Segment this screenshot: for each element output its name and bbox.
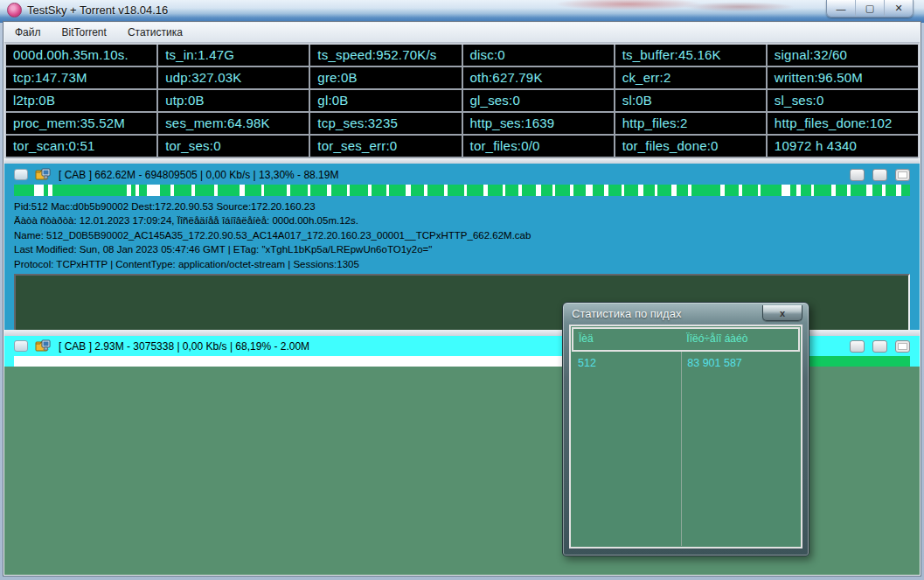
stats-cell: tcp_ses:3235 [310, 113, 462, 134]
dialog-close-button[interactable]: x [762, 305, 802, 321]
panel1-progress-bar [14, 185, 910, 196]
progress-stripe [424, 185, 427, 196]
app-icon [7, 3, 22, 17]
progress-stripe [604, 185, 608, 196]
stats-cell: udp:327.03K [158, 67, 310, 88]
stats-cell: http_ses:1639 [463, 113, 615, 134]
progress-stripe [464, 185, 467, 196]
panel2-buttons [850, 340, 910, 353]
progress-stripe [48, 185, 52, 196]
panel1-header: [ CAB ] 662.62M - 694809505 | 0,00 Kb/s … [14, 166, 910, 183]
stats-row: proc_mem:35.52Mses_mem:64.98Ktcp_ses:323… [6, 113, 918, 136]
stats-cell: ts_in:1.47G [158, 45, 310, 66]
stats-row: tcp:147.73Mudp:327.03Kgre:0Both:627.79Kc… [6, 67, 918, 90]
title-bar: TestSky + Torrent v18.04.16 — ▢ ✕ [0, 0, 924, 23]
panel1-info: Pid:512 Mac:d0b5b90002 Dest:172.20.90.53… [14, 199, 910, 271]
dialog-title-bar[interactable]: Статистика по пидах x [569, 303, 802, 325]
panel2-action-button-1[interactable] [850, 340, 865, 353]
panel1-info-line: Protocol: TCPxHTTP | ContentType: applic… [14, 257, 910, 271]
panel2-action-button-3[interactable] [895, 340, 910, 353]
progress-stripe [536, 185, 541, 196]
panel1-action-button-2[interactable] [872, 169, 887, 181]
progress-stripe [261, 185, 264, 196]
pid-list-header-cell: Ïèä [573, 329, 681, 350]
menu-bar: ФайлBitTorrentСтатистика [4, 23, 920, 43]
stats-cell: sl_ses:0 [768, 90, 918, 111]
progress-stripe [688, 185, 691, 196]
progress-stripe [327, 185, 331, 196]
progress-stripe [240, 185, 245, 196]
progress-stripe [782, 185, 789, 196]
pid-list-cell: 83 901 587 [681, 352, 742, 375]
stats-cell: signal:32/60 [768, 45, 918, 66]
stats-cell: tor_files_done:0 [615, 136, 768, 157]
progress-stripe [127, 185, 131, 196]
stats-cell: utp:0B [158, 90, 310, 111]
stats-cell: tor_files:0/0 [463, 136, 615, 157]
progress-stripe [308, 185, 310, 196]
progress-stripe [444, 185, 448, 196]
stats-cell: http_files_done:102 [768, 113, 918, 134]
progress-stripe [586, 185, 593, 196]
panel2-collapse-toggle[interactable] [14, 340, 28, 352]
stats-row: tor_scan:0:51tor_ses:0tor_ses_err:0tor_f… [6, 136, 918, 158]
progress-stripe [847, 185, 851, 196]
panel2-action-button-2[interactable] [872, 340, 887, 353]
stats-cell: tcp:147.73M [6, 67, 158, 88]
stats-cell: sl:0B [615, 90, 768, 111]
panel1-title: [ CAB ] 662.62M - 694809505 | 0,00 Kb/s … [59, 169, 338, 181]
close-button[interactable]: ✕ [885, 0, 913, 17]
progress-stripe [831, 185, 836, 196]
stats-row: l2tp:0Butp:0Bgl:0Bgl_ses:0sl:0Bsl_ses:0 [6, 90, 918, 113]
stats-cell: ck_err:2 [615, 67, 768, 88]
stats-cell: ses_mem:64.98K [158, 113, 310, 134]
maximize-button[interactable]: ▢ [856, 0, 885, 17]
stats-cell: 000d.00h.35m.10s. [6, 45, 158, 66]
panel1-action-button-3[interactable] [895, 169, 910, 181]
stats-cell: gl_ses:0 [463, 90, 615, 111]
progress-stripe [518, 185, 522, 196]
pid-list: ÏèäÏîëó÷åíî áàéò 51283 901 587 [572, 327, 800, 546]
stats-cell: ts_buffer:45.16K [615, 45, 768, 66]
menu-item-статистика[interactable]: Статистика [117, 23, 193, 42]
network-folder-icon [35, 168, 52, 182]
progress-stripe [170, 185, 174, 196]
progress-stripe [638, 185, 643, 196]
progress-stripe [552, 185, 555, 196]
menu-item-bittorrent[interactable]: BitTorrent [52, 23, 117, 42]
progress-stripe [503, 185, 505, 196]
progress-stripe [386, 185, 389, 196]
stats-cell: l2tp:0B [6, 90, 158, 111]
panel1-info-line: Äàòà ñòàðòà: 12.01.2023 17:09:24, Ïîñëåä… [14, 213, 910, 227]
stats-cell: tor_ses:0 [158, 136, 310, 157]
pid-list-header-cell: Ïîëó÷åíî áàéò [681, 329, 747, 350]
pid-statistics-dialog: Статистика по пидах x ÏèäÏîëó÷åíî áàéò 5… [562, 302, 809, 556]
minimize-button[interactable]: — [827, 0, 856, 17]
panel1-info-line: Pid:512 Mac:d0b5b90002 Dest:172.20.90.53… [14, 199, 910, 213]
progress-stripe [796, 185, 801, 196]
progress-stripe [882, 185, 886, 196]
stats-cell: gl:0B [310, 90, 462, 111]
progress-stripe [739, 185, 742, 196]
progress-stripe [34, 185, 44, 196]
progress-stripe [368, 185, 372, 196]
progress-stripe [671, 185, 677, 196]
panel2-title: [ CAB ] 2.93M - 3075338 | 0,00 Kb/s | 68… [59, 340, 309, 353]
window-controls: — ▢ ✕ [826, 0, 914, 17]
panel1-collapse-toggle[interactable] [14, 169, 28, 180]
pid-list-row[interactable]: 51283 901 587 [572, 352, 800, 375]
progress-stripe [570, 185, 573, 196]
panel1-action-button-1[interactable] [850, 169, 865, 181]
panel1-buttons [850, 169, 910, 181]
progress-stripe [622, 185, 624, 196]
progress-stripe [147, 185, 160, 196]
stats-table: 000d.00h.35m.10s.ts_in:1.47Gts_speed:952… [4, 43, 920, 158]
dialog-title: Статистика по пидах [569, 307, 681, 320]
progress-stripe [135, 185, 139, 196]
window-title: TestSky + Torrent v18.04.16 [27, 3, 168, 17]
progress-stripe [866, 185, 872, 196]
menu-item-файл[interactable]: Файл [4, 23, 52, 42]
progress-stripe [287, 185, 290, 196]
progress-stripe [214, 185, 218, 196]
stats-cell: proc_mem:35.52M [6, 113, 158, 134]
